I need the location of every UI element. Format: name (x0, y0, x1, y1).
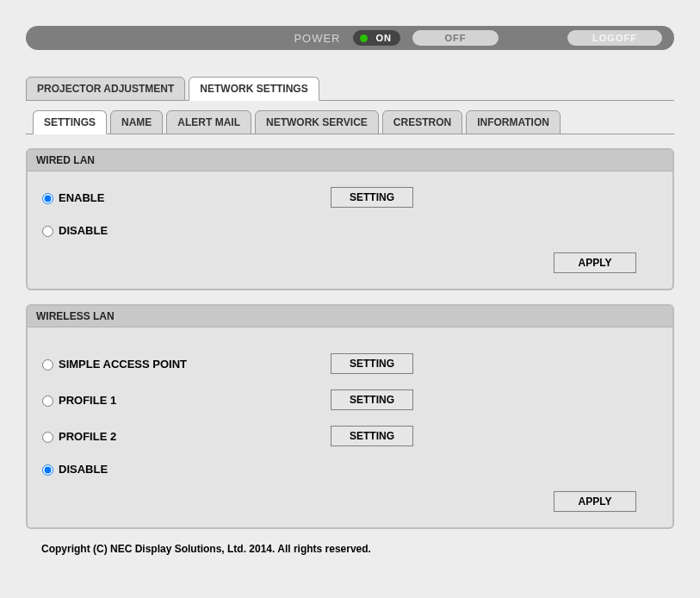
wired-lan-panel: WIRED LAN ENABLE SETTING DISABLE APPLY (26, 148, 674, 290)
tab-name[interactable]: NAME (110, 110, 163, 134)
wired-setting-button[interactable]: SETTING (331, 187, 413, 208)
wireless-apply-button[interactable]: APPLY (554, 491, 636, 512)
tab-settings[interactable]: SETTINGS (33, 110, 107, 134)
tab-projector-adjustment[interactable]: PROJECTOR ADJUSTMENT (26, 77, 185, 101)
power-on-indicator: ON (353, 30, 401, 46)
footer-copyright: Copyright (C) NEC Display Solutions, Ltd… (41, 543, 674, 555)
power-label: POWER (294, 32, 340, 45)
main-tabs: PROJECTOR ADJUSTMENT NETWORK SETTINGS (26, 76, 674, 101)
tab-crestron[interactable]: CRESTRON (382, 110, 462, 134)
wireless-disable-label: DISABLE (59, 463, 108, 476)
wired-disable-radio[interactable] (42, 226, 53, 237)
tab-alert-mail[interactable]: ALERT MAIL (166, 110, 251, 134)
logoff-button[interactable]: LOGOFF (567, 30, 662, 46)
wired-disable-label: DISABLE (59, 224, 108, 237)
sub-tabs: SETTINGS NAME ALERT MAIL NETWORK SERVICE… (26, 109, 674, 134)
power-off-button[interactable]: OFF (412, 30, 499, 46)
wireless-lan-panel: WIRELESS LAN SIMPLE ACCESS POINT SETTING… (26, 304, 674, 529)
wireless-profile2-setting-button[interactable]: SETTING (331, 426, 413, 446)
tab-information[interactable]: INFORMATION (466, 110, 561, 134)
wireless-profile1-setting-button[interactable]: SETTING (331, 389, 413, 410)
wireless-lan-title: WIRELESS LAN (28, 306, 672, 327)
tab-network-settings[interactable]: NETWORK SETTINGS (189, 77, 319, 101)
wireless-profile1-radio[interactable] (42, 396, 53, 407)
wireless-sap-radio[interactable] (42, 359, 53, 371)
tab-network-service[interactable]: NETWORK SERVICE (255, 110, 379, 134)
wireless-profile2-label: PROFILE 2 (59, 430, 116, 443)
power-led-icon (360, 34, 368, 42)
wired-lan-title: WIRED LAN (28, 150, 672, 171)
wired-enable-radio[interactable] (42, 193, 53, 204)
top-bar: POWER ON OFF LOGOFF (26, 26, 674, 50)
wireless-disable-radio[interactable] (42, 464, 53, 476)
wired-apply-button[interactable]: APPLY (554, 252, 636, 273)
wireless-sap-setting-button[interactable]: SETTING (331, 353, 413, 374)
wireless-sap-label: SIMPLE ACCESS POINT (59, 358, 187, 371)
wired-enable-label: ENABLE (59, 191, 104, 204)
wireless-profile1-label: PROFILE 1 (59, 394, 116, 407)
wireless-profile2-radio[interactable] (42, 432, 53, 443)
power-on-text: ON (376, 33, 393, 43)
